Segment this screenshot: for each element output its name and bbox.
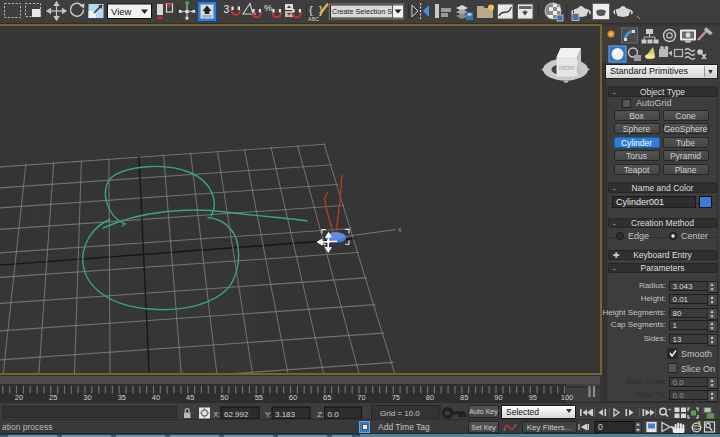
svg-text:50: 50	[220, 393, 228, 402]
svg-text:45: 45	[186, 393, 194, 402]
svg-text:{: {	[309, 4, 313, 16]
svg-text:Z:: Z:	[317, 410, 324, 419]
svg-text:+: +	[668, 406, 672, 412]
svg-text:40: 40	[152, 393, 160, 402]
svg-text:55: 55	[255, 393, 263, 402]
svg-text:25: 25	[49, 393, 57, 402]
svg-text:3.183: 3.183	[275, 410, 296, 419]
svg-text:62.992: 62.992	[224, 410, 249, 419]
svg-text:70: 70	[357, 393, 365, 402]
svg-text:ABC: ABC	[308, 16, 319, 22]
svg-text:65: 65	[323, 393, 331, 402]
svg-text:%: %	[264, 2, 273, 13]
svg-text:Grid = 10.0: Grid = 10.0	[380, 409, 420, 418]
svg-text:85: 85	[460, 393, 468, 402]
svg-text:View: View	[111, 6, 132, 17]
svg-text:0.0: 0.0	[328, 410, 340, 419]
svg-text:95: 95	[529, 393, 537, 402]
svg-text:X:: X:	[213, 410, 221, 419]
svg-text:100: 100	[561, 393, 574, 402]
svg-text:20: 20	[15, 393, 23, 402]
svg-text:35: 35	[118, 393, 126, 402]
svg-text:75: 75	[392, 393, 400, 402]
svg-text:Create Selection Se: Create Selection Se	[332, 7, 396, 16]
svg-text:60: 60	[289, 393, 297, 402]
svg-text:3: 3	[224, 3, 230, 15]
svg-text:90: 90	[494, 393, 502, 402]
svg-text:x: x	[398, 226, 402, 233]
svg-text:80: 80	[426, 393, 434, 402]
svg-text:FRONT: FRONT	[559, 66, 575, 71]
svg-text:30: 30	[83, 393, 91, 402]
svg-text:Y:: Y:	[265, 410, 272, 419]
svg-text:0: 0	[598, 422, 603, 432]
